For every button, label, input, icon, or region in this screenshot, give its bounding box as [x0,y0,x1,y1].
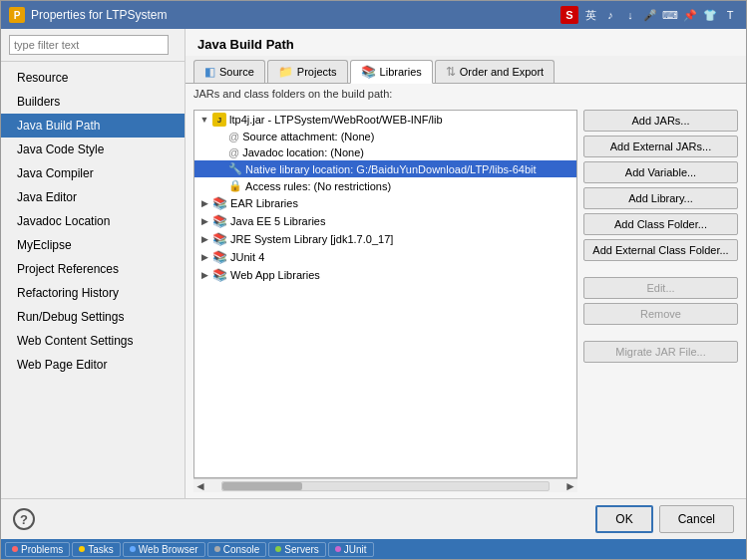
dialog-buttons: OK Cancel [595,505,734,533]
sidebar-item-run-debug-settings[interactable]: Run/Debug Settings [1,305,185,329]
sidebar-item-web-content-settings[interactable]: Web Content Settings [1,329,185,353]
taskbar-console[interactable]: Console [207,542,267,557]
projects-tab-label: Projects [297,66,337,78]
lib-icon-javaee5: 📚 [212,214,227,228]
jar-icon-ltp4j: J [212,113,226,127]
tree-item-javadoc[interactable]: @ Javadoc location: (None) [194,144,576,160]
tree-label-ltp4j: ltp4j.jar - LTPSystem/WebRoot/WEB-INF/li… [229,114,443,126]
tree-label-jre: JRE System Library [jdk1.7.0_17] [230,233,393,245]
lib-icon-webapp: 📚 [212,268,227,282]
sidebar-item-java-compiler[interactable]: Java Compiler [1,161,185,185]
expand-arrow-webapp: ▶ [198,269,210,281]
tree-panel: ▼ J ltp4j.jar - LTPSystem/WebRoot/WEB-IN… [193,110,577,492]
taskbar-problems[interactable]: Problems [5,542,70,557]
left-panel: Resource Builders Java Build Path Java C… [1,29,186,498]
taskbar-tasks[interactable]: Tasks [72,542,121,557]
tray-icon-2: ↓ [622,7,638,23]
projects-tab-icon: 📁 [278,65,293,79]
nav-list: Resource Builders Java Build Path Java C… [1,62,185,498]
add-external-class-folder-button[interactable]: Add External Class Folder... [583,239,738,261]
content-area: ▼ J ltp4j.jar - LTPSystem/WebRoot/WEB-IN… [186,104,746,498]
horizontal-scrollbar[interactable]: ◄ ► [193,478,577,492]
bottom-bar: ? OK Cancel [1,498,746,539]
sidebar-item-resource[interactable]: Resource [1,66,185,90]
migrate-jar-button[interactable]: Migrate JAR File... [583,341,738,363]
tree-item-ear[interactable]: ▶ 📚 EAR Libraries [194,194,576,212]
tree-label-ear: EAR Libraries [230,197,298,209]
system-tray: S 英 ♪ ↓ 🎤 ⌨ 📌 👕 T [560,6,738,24]
scroll-thumb [222,482,302,490]
button-panel: Add JARs... Add External JARs... Add Var… [583,110,738,492]
sidebar-item-java-code-style[interactable]: Java Code Style [1,138,185,161]
taskbar-junit[interactable]: JUnit [328,542,374,557]
console-dot [214,546,220,552]
main-content: Resource Builders Java Build Path Java C… [1,29,746,498]
remove-button[interactable]: Remove [583,303,738,325]
tab-source[interactable]: ◧ Source [193,60,265,83]
tray-icon-en: 英 [582,7,598,23]
tree-container[interactable]: ▼ J ltp4j.jar - LTPSystem/WebRoot/WEB-IN… [193,110,577,478]
lib-icon-jre: 📚 [212,232,227,246]
tree-item-access-rules[interactable]: 🔒 Access rules: (No restrictions) [194,177,576,194]
sidebar-item-project-references[interactable]: Project References [1,257,185,281]
filter-input[interactable] [9,35,169,55]
cancel-button[interactable]: Cancel [659,505,734,533]
taskbar: Problems Tasks Web Browser Console Serve… [1,539,746,559]
expand-arrow-ltp4j: ▼ [198,114,210,126]
tray-icon-4: ⌨ [662,7,678,23]
help-button[interactable]: ? [13,508,35,530]
sidebar-item-web-page-editor[interactable]: Web Page Editor [1,353,185,377]
expand-arrow-junit4: ▶ [198,251,210,263]
junit-label: JUnit [344,544,367,555]
tree-item-javaee5[interactable]: ▶ 📚 Java EE 5 Libraries [194,212,576,230]
tab-bar: ◧ Source 📁 Projects 📚 Libraries ⇅ Order … [186,56,746,84]
add-jars-button[interactable]: Add JARs... [583,110,738,132]
taskbar-servers[interactable]: Servers [268,542,325,557]
add-library-button[interactable]: Add Library... [583,187,738,209]
tree-item-junit4[interactable]: ▶ 📚 JUnit 4 [194,248,576,266]
tree-item-native-library[interactable]: 🔧 Native library location: G:/BaiduYunDo… [194,160,576,177]
tree-label-junit4: JUnit 4 [230,251,264,263]
add-external-jars-button[interactable]: Add External JARs... [583,136,738,157]
source-tab-icon: ◧ [204,65,215,79]
order-export-tab-icon: ⇅ [446,65,456,79]
scroll-right-arrow[interactable]: ► [563,479,577,493]
servers-label: Servers [284,544,318,555]
problems-label: Problems [21,544,63,555]
sidebar-item-java-build-path[interactable]: Java Build Path [1,114,185,138]
right-panel: Java Build Path ◧ Source 📁 Projects 📚 Li… [186,29,746,498]
taskbar-web-browser[interactable]: Web Browser [123,542,205,557]
attachment-icon-3: 🔧 [228,162,242,175]
problems-dot [12,546,18,552]
properties-window: P Properties for LTPSystem S 英 ♪ ↓ 🎤 ⌨ 📌… [0,0,747,560]
tree-item-ltp4j[interactable]: ▼ J ltp4j.jar - LTPSystem/WebRoot/WEB-IN… [194,111,576,129]
title-bar: P Properties for LTPSystem S 英 ♪ ↓ 🎤 ⌨ 📌… [1,1,746,29]
sidebar-item-builders[interactable]: Builders [1,90,185,114]
web-browser-label: Web Browser [139,544,198,555]
scroll-left-arrow[interactable]: ◄ [193,479,207,493]
tab-projects[interactable]: 📁 Projects [267,60,348,83]
junit-dot [335,546,341,552]
tray-icon-5: 📌 [682,7,698,23]
add-variable-button[interactable]: Add Variable... [583,161,738,183]
sidebar-item-myeclipse[interactable]: MyEclipse [1,233,185,257]
tab-libraries[interactable]: 📚 Libraries [350,60,433,84]
tree-item-webapp[interactable]: ▶ 📚 Web App Libraries [194,266,576,284]
web-browser-dot [130,546,136,552]
add-class-folder-button[interactable]: Add Class Folder... [583,213,738,235]
sidebar-item-refactoring-history[interactable]: Refactoring History [1,281,185,305]
edit-button[interactable]: Edit... [583,277,738,299]
tray-icon-3: 🎤 [642,7,658,23]
tree-item-source-attachment[interactable]: @ Source attachment: (None) [194,129,576,144]
sidebar-item-javadoc-location[interactable]: Javadoc Location [1,209,185,233]
ok-button[interactable]: OK [595,505,652,533]
tray-icon-s: S [560,6,578,24]
tree-item-jre[interactable]: ▶ 📚 JRE System Library [jdk1.7.0_17] [194,230,576,248]
description-text: JARs and class folders on the build path… [186,84,746,104]
sidebar-item-java-editor[interactable]: Java Editor [1,185,185,209]
tab-order-export[interactable]: ⇅ Order and Export [435,60,555,83]
tasks-dot [79,546,85,552]
tree-label-javaee5: Java EE 5 Libraries [230,215,325,227]
tree-label-native-library: Native library location: G:/BaiduYunDown… [245,163,536,175]
lib-icon-ear: 📚 [212,196,227,210]
